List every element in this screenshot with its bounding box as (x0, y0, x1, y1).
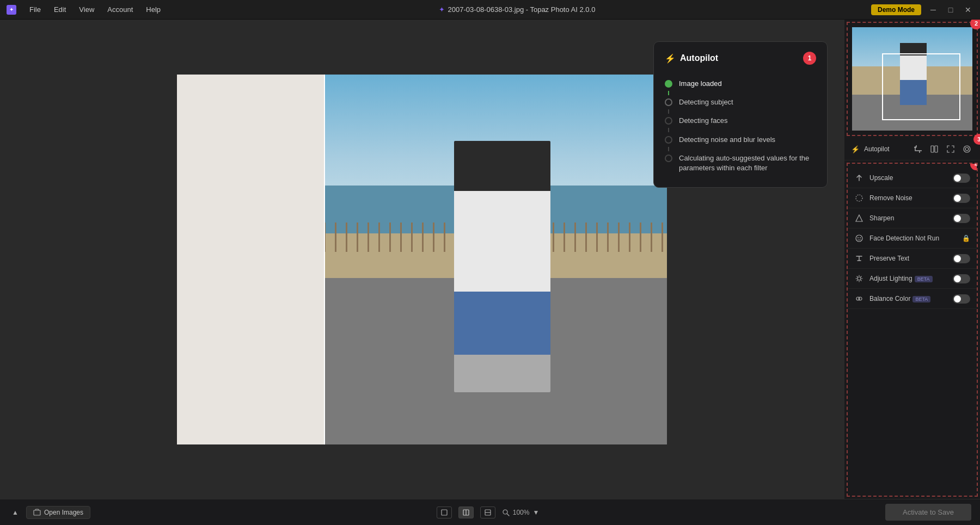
menu-account[interactable]: Account (105, 4, 135, 15)
autopilot-step-4: Detecting noise and blur levels (665, 131, 816, 149)
photo-image (324, 75, 667, 444)
step-line-4 (668, 147, 669, 151)
svg-point-3 (964, 146, 970, 152)
balance-color-icon (854, 294, 864, 304)
step-label-1: Image loaded (679, 79, 722, 89)
compare-tool-button[interactable] (928, 143, 941, 156)
step-label-3: Detecting faces (679, 116, 728, 126)
autopilot-step-1: Image loaded (665, 75, 816, 93)
svg-rect-11 (34, 510, 40, 515)
autopilot-steps: Image loaded Detecting subject (665, 75, 816, 177)
photo-container (177, 75, 667, 444)
menu-help[interactable]: Help (144, 4, 163, 15)
titlebar-left: ✦ File Edit View Account Help (7, 4, 163, 15)
filter-adjust-lighting-label: Adjust LightingBETA (869, 275, 947, 282)
crop-tool-button[interactable] (911, 143, 924, 156)
autopilot-tool-row: ⚡ Autopilot 3 (844, 138, 980, 160)
face-detection-lock-icon: 🔒 (962, 234, 970, 242)
adjust-lighting-toggle[interactable] (953, 274, 970, 283)
filter-remove-noise: Remove Noise (848, 188, 977, 208)
step-indicator-1 (665, 80, 672, 88)
autopilot-panel: ⚡ Autopilot 1 Image loaded (653, 41, 828, 188)
canvas-area: ⚡ Autopilot 1 Image loaded (0, 20, 844, 499)
autopilot-step-3: Detecting faces (665, 112, 816, 130)
right-panel: 2 ⚡ Autopilot 3 (844, 20, 980, 499)
close-button[interactable]: ✕ (963, 4, 973, 15)
filter-remove-noise-label: Remove Noise (869, 194, 947, 202)
filter-balance-color: Balance ColorBETA (848, 289, 977, 309)
title-shield-icon: ✦ (439, 5, 445, 14)
main-container: ⚡ Autopilot 1 Image loaded (0, 20, 980, 499)
filter-face-detection: Face Detection Not Run 🔒 (848, 228, 977, 249)
titlebar-controls: Demo Mode ─ □ ✕ (871, 4, 973, 15)
adjust-lighting-icon (854, 274, 864, 283)
filter-upscale: Upscale (848, 168, 977, 188)
split-h-view-button[interactable] (458, 507, 474, 518)
svg-point-5 (856, 235, 862, 242)
single-view-button[interactable] (437, 507, 452, 518)
svg-point-17 (503, 510, 507, 514)
remove-noise-toggle[interactable] (953, 194, 970, 203)
zoom-icon (502, 509, 510, 516)
autopilot-step-badge: 1 (803, 52, 816, 65)
filter-upscale-label: Upscale (869, 174, 947, 182)
demo-mode-button[interactable]: Demo Mode (871, 4, 921, 15)
upscale-icon (854, 173, 864, 183)
autopilot-header: ⚡ Autopilot 1 (665, 52, 816, 65)
balance-color-toggle[interactable] (953, 294, 970, 304)
app-icon: ✦ (7, 5, 16, 15)
svg-point-8 (857, 277, 861, 280)
split-v-view-button[interactable] (480, 507, 495, 518)
split-line (324, 75, 325, 444)
menu-view[interactable]: View (77, 4, 96, 15)
preserve-text-toggle[interactable] (953, 254, 970, 263)
upscale-toggle[interactable] (953, 174, 970, 183)
minimize-button[interactable]: ─ (928, 4, 939, 15)
filter-balance-color-label: Balance ColorBETA (869, 295, 947, 302)
svg-rect-1 (935, 146, 938, 152)
balance-color-beta-badge: BETA (912, 296, 930, 302)
autopilot-panel-title: Autopilot (680, 53, 718, 63)
face-detection-icon (854, 233, 864, 243)
autopilot-row-badge: 3 (973, 134, 980, 145)
step-line-1 (668, 91, 669, 95)
menu-file[interactable]: File (27, 4, 43, 15)
svg-point-4 (856, 195, 862, 201)
filter-adjust-lighting: Adjust LightingBETA (848, 269, 977, 289)
fullscreen-tool-button[interactable] (944, 143, 957, 156)
activate-to-save-button[interactable]: Activate to Save (885, 504, 971, 521)
autopilot-step-2: Detecting subject (665, 93, 816, 112)
svg-point-10 (859, 297, 862, 300)
svg-point-7 (860, 237, 861, 238)
filter-face-detection-label: Face Detection Not Run (869, 234, 957, 242)
step-label-4: Detecting noise and blur levels (679, 135, 775, 145)
step-indicator-2 (665, 98, 672, 106)
filter-sharpen: Sharpen (848, 208, 977, 228)
expand-panel-button[interactable]: ▲ (9, 506, 22, 519)
svg-rect-0 (931, 146, 934, 152)
open-images-button[interactable]: Open Images (26, 506, 90, 519)
menu-edit[interactable]: Edit (52, 4, 68, 15)
photo-child-figure (454, 141, 550, 392)
svg-point-2 (965, 147, 969, 151)
remove-noise-icon (854, 193, 864, 203)
thumbnail-section: 2 (847, 22, 978, 136)
bottom-bar: ▲ Open Images (0, 499, 980, 525)
autopilot-row-label: Autopilot (864, 145, 907, 153)
maximize-button[interactable]: □ (945, 4, 956, 15)
svg-rect-12 (442, 510, 447, 515)
step-label-5: Calculating auto-suggested values for th… (679, 153, 816, 173)
bottom-left: ▲ Open Images (9, 506, 90, 519)
settings-tool-button[interactable] (960, 143, 973, 156)
filter-sharpen-label: Sharpen (869, 214, 947, 222)
open-images-label: Open Images (44, 509, 83, 516)
thumb-selection[interactable] (882, 53, 960, 121)
zoom-level: 100% (513, 509, 530, 516)
zoom-expand-button[interactable]: ▼ (532, 509, 539, 516)
autopilot-step-5: Calculating auto-suggested values for th… (665, 149, 816, 177)
sharpen-icon (854, 213, 864, 223)
step-label-2: Detecting subject (679, 97, 733, 107)
filter-preserve-text-label: Preserve Text (869, 255, 947, 262)
titlebar: ✦ File Edit View Account Help ✦ 2007-03-… (0, 0, 980, 20)
sharpen-toggle[interactable] (953, 214, 970, 223)
